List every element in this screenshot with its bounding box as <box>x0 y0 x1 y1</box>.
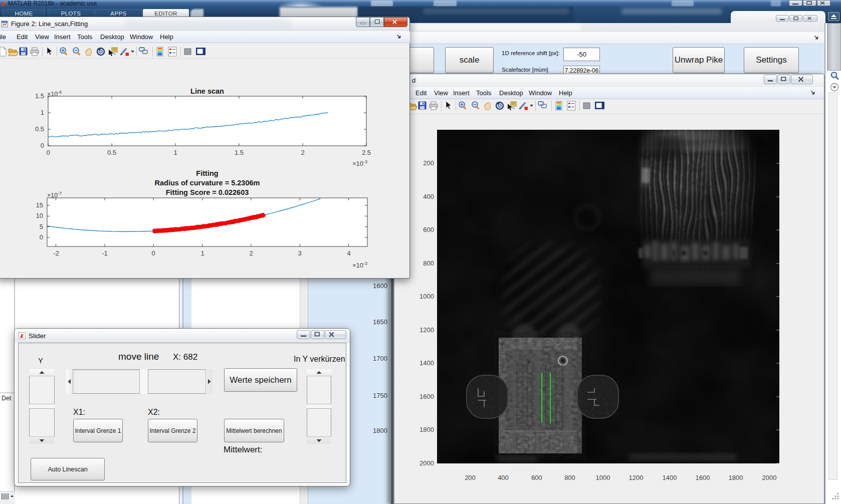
svg-text:10: 10 <box>498 104 502 108</box>
